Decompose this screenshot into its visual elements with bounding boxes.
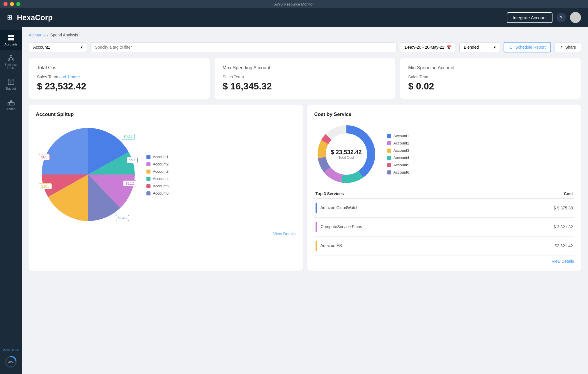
legend-item-account6: Account6 [146, 191, 169, 195]
accounts-icon [7, 34, 15, 41]
progress-circle: 20% [4, 355, 17, 368]
svg-rect-0 [8, 35, 11, 37]
donut-section: $ 23,532.42 Total Cost Account1 Account2 [314, 122, 574, 186]
blended-select[interactable]: Blended ▾ [459, 42, 500, 52]
service-name-3: Amazon ES [314, 237, 495, 255]
share-button[interactable]: ↗ Share [555, 42, 581, 52]
legend-color-account2 [146, 162, 150, 166]
cost-by-service-title: Cost by Service [314, 112, 574, 117]
breadcrumb-accounts-link[interactable]: Accounts [29, 33, 46, 37]
account-select[interactable]: Account1 ▾ [29, 42, 87, 52]
donut-legend-account4: Account4 [387, 156, 409, 160]
legend-label-account3: Account3 [153, 169, 169, 174]
svg-line-8 [11, 57, 13, 59]
help-button[interactable]: ? [557, 13, 566, 22]
donut-legend-account3: Account3 [387, 148, 409, 153]
sidebar-item-admin[interactable]: Admin [0, 94, 22, 115]
services-table-header-cost: Cost [495, 189, 574, 199]
view-demo-link[interactable]: View Demo [3, 348, 19, 352]
donut-total-label: Total Cost [331, 156, 362, 160]
total-cost-value: $ 23,532.42 [37, 81, 202, 92]
title-bar: AWS Resource Monitor [0, 0, 588, 8]
service-cost-3: $2,321.42 [495, 237, 574, 255]
donut-legend-color-4 [387, 156, 391, 160]
donut-legend-color-6 [387, 170, 391, 174]
svg-point-13 [9, 103, 10, 104]
svg-rect-1 [11, 35, 14, 37]
svg-rect-3 [11, 38, 14, 40]
app-title: HexaCorp [17, 13, 53, 22]
schedule-btn-label: Schedule Report [515, 45, 546, 50]
donut-chart-container: $ 23,532.42 Total Cost [314, 122, 378, 186]
chevron-down-icon-blended: ▾ [494, 45, 496, 50]
total-cost-title: Total Cost [37, 65, 202, 70]
sidebar: Accounts Business Units Budget [0, 27, 22, 374]
donut-legend-label-5: Account5 [394, 163, 409, 167]
toolbar: Account1 ▾ 1-Nov-20 - 20-May-21 📅 Blende… [29, 42, 581, 52]
account-splitup-view-details[interactable]: View Details [36, 232, 296, 236]
legend-item-account4: Account4 [146, 177, 169, 181]
legend-color-account4 [146, 177, 150, 181]
top-nav: ⊞ HexaCorp Integrate Account ? [0, 8, 588, 27]
service-indicator-3 [316, 241, 317, 251]
share-icon: ↗ [559, 45, 563, 50]
breadcrumb-separator: / [47, 33, 49, 37]
traffic-lights [3, 2, 20, 6]
maximize-button[interactable] [16, 2, 20, 6]
account-select-value: Account1 [33, 45, 50, 50]
breadcrumb-current: Spend Analysis [50, 33, 78, 37]
donut-legend-color-2 [387, 141, 391, 145]
donut-center: $ 23,532.42 Total Cost [331, 149, 362, 160]
service-cost-1: $ 9,375.38 [495, 199, 574, 218]
integrate-account-button[interactable]: Integrate Account [507, 12, 552, 23]
content-area: Accounts / Spend Analysis Account1 ▾ 1-N… [22, 27, 588, 374]
svg-line-7 [9, 57, 11, 59]
min-spending-title: Min Spending Account [408, 65, 573, 70]
svg-point-4 [10, 55, 12, 57]
services-table: Top 3 Services Cost Amazon CloudWatch $ … [314, 189, 574, 255]
chart-area: $134 $97 $112 $345 $105 $65 [36, 122, 296, 228]
admin-icon [7, 98, 15, 106]
svg-rect-2 [8, 38, 11, 40]
svg-rect-9 [8, 79, 14, 85]
tag-filter-input[interactable] [91, 42, 396, 52]
donut-legend-label-1: Account1 [394, 134, 409, 138]
sidebar-item-business-units[interactable]: Business Units [0, 50, 22, 74]
max-spending-card: Max Spending Account Sales Team $ 16,345… [215, 58, 396, 99]
donut-legend-label-3: Account3 [394, 148, 409, 153]
close-button[interactable] [3, 2, 8, 6]
service-name-1: Amazon CloudWatch [314, 199, 495, 218]
donut-legend-color-3 [387, 149, 391, 153]
legend-label-account1: Account1 [153, 155, 169, 159]
cost-by-service-panel: Cost by Service [307, 105, 581, 271]
min-spending-card: Min Spending Account Sales Team $ 0.02 [400, 58, 581, 99]
cost-by-service-view-details[interactable]: View Details [314, 259, 574, 264]
sidebar-item-budget[interactable]: Budget [0, 74, 22, 94]
max-spending-value: $ 16,345.32 [223, 81, 387, 92]
donut-legend-account5: Account5 [387, 163, 409, 167]
nav-right: Integrate Account ? [507, 12, 581, 23]
pie-chart-container: $134 $97 $112 $345 $105 $65 [36, 122, 141, 228]
legend-item-account3: Account3 [146, 169, 169, 174]
donut-legend-color-1 [387, 134, 391, 138]
legend-label-account4: Account4 [153, 177, 169, 181]
main-layout: Accounts Business Units Budget [0, 27, 588, 374]
progress-label: 20% [8, 360, 14, 364]
minimize-button[interactable] [10, 2, 14, 6]
legend-color-account3 [146, 170, 150, 174]
grid-icon[interactable]: ⊞ [7, 14, 12, 21]
sidebar-item-admin-label: Admin [6, 107, 15, 111]
legend-item-account2: Account2 [146, 162, 169, 166]
service-row-2: ComputeService Plans $ 3,321.32 [314, 218, 574, 237]
account-splitup-panel: Account Splitup [29, 105, 303, 271]
legend-label-account6: Account6 [153, 191, 169, 195]
chevron-down-icon: ▾ [81, 45, 83, 50]
schedule-icon: 🗓 [509, 45, 513, 50]
service-row-1: Amazon CloudWatch $ 9,375.38 [314, 199, 574, 218]
date-range-picker[interactable]: 1-Nov-20 - 20-May-21 📅 [400, 42, 456, 52]
date-range-value: 1-Nov-20 - 20-May-21 [404, 45, 444, 50]
nav-left: ⊞ HexaCorp [7, 13, 53, 22]
schedule-report-button[interactable]: 🗓 Schedule Report [504, 42, 551, 52]
sidebar-item-accounts[interactable]: Accounts [0, 30, 22, 50]
avatar [570, 12, 581, 23]
